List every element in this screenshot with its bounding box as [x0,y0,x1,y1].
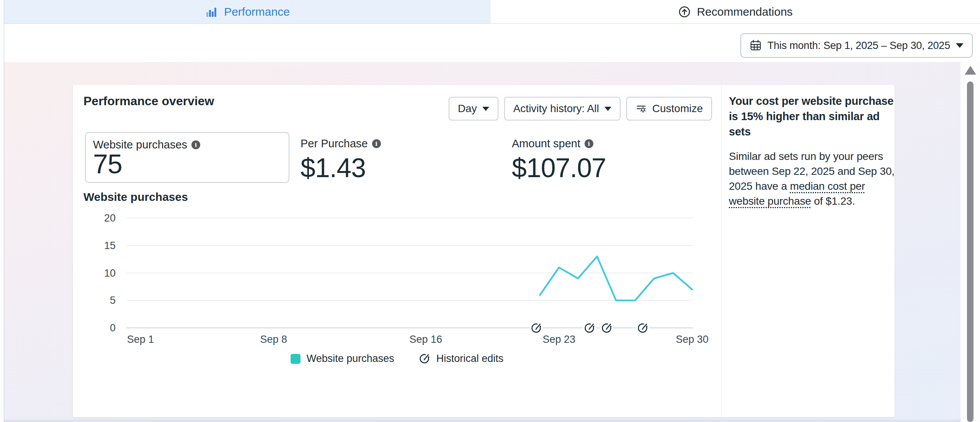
chart-title: Website purchases [83,191,188,204]
y-axis-tick: 15 [104,240,116,251]
line-chart: 05101520 Sep 1Sep 8Sep 16Sep 23Sep 30 [73,218,721,353]
calendar-icon [750,39,762,52]
recommendation-text: of $1.23. [811,195,855,207]
customize-button[interactable]: Customize [626,97,712,121]
tab-bar: Performance Recommendations [4,0,980,24]
historical-edit-marker[interactable] [600,321,613,334]
metric-card-website-purchases[interactable]: Website purchases i 75 [85,132,289,183]
chevron-down-icon [482,107,489,111]
date-range-label: This month: Sep 1, 2025 – Sep 30, 2025 [768,40,950,52]
historical-edit-marker[interactable] [636,321,649,334]
next-section-edge [4,420,960,422]
edit-history-icon [419,353,430,365]
legend-label: Website purchases [307,353,394,365]
x-axis: Sep 1Sep 8Sep 16Sep 23Sep 30 [73,334,721,347]
chart-legend: Website purchases Historical edits [73,353,721,365]
x-axis-tick: Sep 8 [260,334,287,345]
metric-label: Amount spent [512,137,580,150]
chevron-down-icon [956,43,964,48]
x-axis-tick: Sep 23 [542,334,575,345]
metric-value: $1.43 [301,153,381,183]
card-title: Performance overview [83,94,214,108]
customize-label: Customize [652,103,703,115]
x-axis-tick: Sep 1 [127,334,154,345]
series-line-website-purchases[interactable] [540,256,693,300]
metric-card-amount-spent[interactable]: Amount spent i $107.07 [512,137,606,183]
recommendation-panel: Your cost per website purchase is 15% hi… [729,93,897,209]
x-axis-tick: Sep 16 [410,334,443,345]
scrollbar-thumb[interactable] [967,81,973,422]
recommendation-body: Similar ad sets run by your peers betwee… [729,149,897,209]
y-axis-tick: 10 [104,267,116,279]
recommendation-title: Your cost per website purchase is 15% hi… [729,93,897,139]
tab-recommendations[interactable]: Recommendations [491,0,980,23]
metric-label: Per Purchase [301,137,368,150]
y-axis-tick: 5 [110,295,116,306]
interval-dropdown[interactable]: Day [449,97,498,121]
info-icon[interactable]: i [372,139,381,148]
info-icon[interactable]: i [191,140,200,149]
scrollbar-up-arrow[interactable] [965,66,976,75]
chart-controls: Day Activity history: All [449,97,712,121]
filter-gear-icon [635,103,647,114]
metric-value: $107.07 [512,153,606,183]
toolbar-row: This month: Sep 1, 2025 – Sep 30, 2025 [4,23,980,62]
tab-performance-label: Performance [224,5,290,18]
window-left-edge [0,0,4,422]
activity-history-label: Activity history: All [513,103,599,115]
activity-history-dropdown[interactable]: Activity history: All [504,97,621,121]
info-icon[interactable]: i [585,139,593,148]
historical-edit-marker[interactable] [530,321,543,334]
tab-performance[interactable]: Performance [4,0,491,23]
y-axis-tick: 0 [110,322,116,334]
legend-swatch-website-purchases [291,354,301,364]
performance-overview-card: Performance overview Day Activity histor… [73,85,895,417]
tab-recommendations-label: Recommendations [697,5,792,18]
chevron-down-icon [604,107,611,111]
date-range-button[interactable]: This month: Sep 1, 2025 – Sep 30, 2025 [740,33,973,58]
panel-divider [721,85,722,417]
legend-label: Historical edits [436,353,504,365]
interval-label: Day [458,103,477,115]
legend-item-historical-edits: Historical edits [419,353,504,365]
metric-card-per-purchase[interactable]: Per Purchase i $1.43 [301,137,381,183]
historical-edit-marker[interactable] [583,321,596,334]
y-axis-tick: 20 [104,212,116,224]
plot-area [126,218,693,328]
y-axis: 05101520 [73,218,116,328]
bar-chart-icon [205,5,218,18]
legend-item-website-purchases: Website purchases [291,353,394,365]
circle-arrow-up-icon [678,5,691,18]
x-axis-tick: Sep 30 [676,334,709,345]
metric-value: 75 [93,150,122,179]
